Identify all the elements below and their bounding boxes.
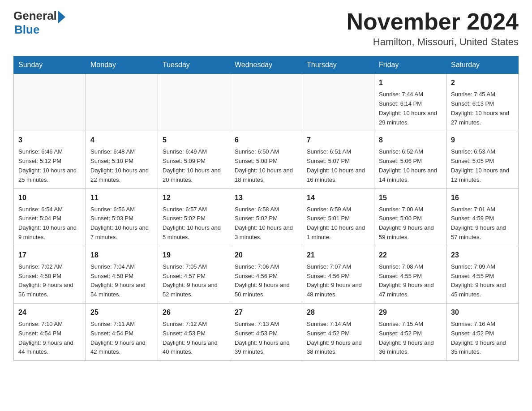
calendar-cell: 3Sunrise: 6:46 AMSunset: 5:12 PMDaylight… (14, 131, 86, 188)
calendar-cell: 15Sunrise: 7:00 AMSunset: 5:00 PMDayligh… (374, 188, 446, 246)
day-info: Sunrise: 7:12 AMSunset: 4:53 PMDaylight:… (163, 320, 225, 357)
day-number: 19 (163, 250, 225, 261)
day-number: 3 (18, 135, 81, 146)
day-info: Sunrise: 7:05 AMSunset: 4:57 PMDaylight:… (163, 262, 225, 300)
day-number: 2 (451, 77, 514, 88)
logo-arrow-icon (58, 11, 65, 23)
day-number: 27 (235, 307, 297, 318)
weekday-header-tuesday: Tuesday (158, 56, 230, 74)
day-info: Sunrise: 6:49 AMSunset: 5:09 PMDaylight:… (163, 147, 225, 184)
day-number: 5 (163, 135, 225, 146)
day-number: 8 (379, 135, 442, 146)
calendar-cell: 26Sunrise: 7:12 AMSunset: 4:53 PMDayligh… (158, 303, 230, 360)
day-number: 24 (18, 307, 81, 318)
logo-general: General (13, 9, 57, 23)
calendar-cell: 29Sunrise: 7:15 AMSunset: 4:52 PMDayligh… (374, 303, 446, 360)
day-info: Sunrise: 6:50 AMSunset: 5:08 PMDaylight:… (235, 147, 297, 184)
logo: General Blue (13, 9, 65, 37)
day-info: Sunrise: 7:10 AMSunset: 4:54 PMDaylight:… (18, 320, 81, 357)
day-info: Sunrise: 7:14 AMSunset: 4:52 PMDaylight:… (307, 320, 369, 357)
calendar-cell: 18Sunrise: 7:04 AMSunset: 4:58 PMDayligh… (86, 246, 158, 303)
weekday-header-thursday: Thursday (302, 56, 374, 74)
day-number: 13 (235, 193, 297, 203)
calendar-week-3: 10Sunrise: 6:54 AMSunset: 5:04 PMDayligh… (14, 188, 519, 246)
calendar-cell: 30Sunrise: 7:16 AMSunset: 4:52 PMDayligh… (446, 303, 519, 360)
day-number: 15 (379, 193, 442, 203)
day-info: Sunrise: 6:52 AMSunset: 5:06 PMDaylight:… (379, 147, 442, 184)
calendar-cell: 11Sunrise: 6:56 AMSunset: 5:03 PMDayligh… (86, 188, 158, 246)
day-info: Sunrise: 7:08 AMSunset: 4:55 PMDaylight:… (379, 262, 442, 300)
calendar-cell: 28Sunrise: 7:14 AMSunset: 4:52 PMDayligh… (302, 303, 374, 360)
weekday-header-friday: Friday (374, 56, 446, 74)
day-number: 6 (235, 135, 297, 146)
day-number: 16 (451, 193, 514, 203)
day-number: 21 (307, 250, 369, 261)
day-info: Sunrise: 6:51 AMSunset: 5:07 PMDaylight:… (307, 147, 369, 184)
calendar-cell: 12Sunrise: 6:57 AMSunset: 5:02 PMDayligh… (158, 188, 230, 246)
day-info: Sunrise: 7:15 AMSunset: 4:52 PMDaylight:… (379, 320, 442, 357)
calendar-header-row: SundayMondayTuesdayWednesdayThursdayFrid… (14, 56, 519, 74)
day-info: Sunrise: 7:01 AMSunset: 4:59 PMDaylight:… (451, 205, 514, 242)
calendar-cell: 9Sunrise: 6:53 AMSunset: 5:05 PMDaylight… (446, 131, 519, 188)
weekday-header-wednesday: Wednesday (230, 56, 302, 74)
calendar-cell: 10Sunrise: 6:54 AMSunset: 5:04 PMDayligh… (14, 188, 86, 246)
day-info: Sunrise: 7:44 AMSunset: 6:14 PMDaylight:… (379, 90, 442, 127)
day-info: Sunrise: 7:45 AMSunset: 6:13 PMDaylight:… (451, 90, 514, 127)
calendar-cell: 21Sunrise: 7:07 AMSunset: 4:56 PMDayligh… (302, 246, 374, 303)
day-number: 1 (379, 77, 442, 88)
day-number: 17 (18, 250, 81, 261)
calendar-cell: 14Sunrise: 6:59 AMSunset: 5:01 PMDayligh… (302, 188, 374, 246)
calendar-cell: 1Sunrise: 7:44 AMSunset: 6:14 PMDaylight… (374, 74, 446, 131)
calendar-cell: 13Sunrise: 6:58 AMSunset: 5:02 PMDayligh… (230, 188, 302, 246)
day-info: Sunrise: 6:48 AMSunset: 5:10 PMDaylight:… (90, 147, 153, 184)
day-info: Sunrise: 6:56 AMSunset: 5:03 PMDaylight:… (90, 205, 153, 242)
day-info: Sunrise: 7:13 AMSunset: 4:53 PMDaylight:… (235, 320, 297, 357)
title-section: November 2024 Hamilton, Missouri, United… (347, 9, 519, 48)
calendar-week-4: 17Sunrise: 7:02 AMSunset: 4:58 PMDayligh… (14, 246, 519, 303)
weekday-header-monday: Monday (86, 56, 158, 74)
calendar-cell: 23Sunrise: 7:09 AMSunset: 4:55 PMDayligh… (446, 246, 519, 303)
day-number: 4 (90, 135, 153, 146)
day-info: Sunrise: 6:58 AMSunset: 5:02 PMDaylight:… (235, 205, 297, 242)
day-number: 10 (18, 193, 81, 203)
day-number: 18 (90, 250, 153, 261)
calendar-cell: 6Sunrise: 6:50 AMSunset: 5:08 PMDaylight… (230, 131, 302, 188)
day-number: 7 (307, 135, 369, 146)
calendar-week-2: 3Sunrise: 6:46 AMSunset: 5:12 PMDaylight… (14, 131, 519, 188)
calendar-table: SundayMondayTuesdayWednesdayThursdayFrid… (13, 56, 519, 361)
day-number: 22 (379, 250, 442, 261)
calendar-cell (14, 74, 86, 131)
day-info: Sunrise: 6:46 AMSunset: 5:12 PMDaylight:… (18, 147, 81, 184)
calendar-cell: 16Sunrise: 7:01 AMSunset: 4:59 PMDayligh… (446, 188, 519, 246)
day-info: Sunrise: 6:53 AMSunset: 5:05 PMDaylight:… (451, 147, 514, 184)
calendar-week-1: 1Sunrise: 7:44 AMSunset: 6:14 PMDaylight… (14, 74, 519, 131)
calendar-cell: 22Sunrise: 7:08 AMSunset: 4:55 PMDayligh… (374, 246, 446, 303)
calendar-cell (86, 74, 158, 131)
day-number: 26 (163, 307, 225, 318)
calendar-cell: 25Sunrise: 7:11 AMSunset: 4:54 PMDayligh… (86, 303, 158, 360)
day-number: 28 (307, 307, 369, 318)
day-info: Sunrise: 7:02 AMSunset: 4:58 PMDaylight:… (18, 262, 81, 300)
day-info: Sunrise: 7:09 AMSunset: 4:55 PMDaylight:… (451, 262, 514, 300)
page-subtitle: Hamilton, Missouri, United States (347, 36, 519, 48)
logo-blue: Blue (14, 23, 65, 37)
day-info: Sunrise: 7:04 AMSunset: 4:58 PMDaylight:… (90, 262, 153, 300)
calendar-cell: 5Sunrise: 6:49 AMSunset: 5:09 PMDaylight… (158, 131, 230, 188)
calendar-cell: 24Sunrise: 7:10 AMSunset: 4:54 PMDayligh… (14, 303, 86, 360)
day-number: 9 (451, 135, 514, 146)
calendar-cell: 7Sunrise: 6:51 AMSunset: 5:07 PMDaylight… (302, 131, 374, 188)
day-number: 20 (235, 250, 297, 261)
day-number: 25 (90, 307, 153, 318)
day-number: 29 (379, 307, 442, 318)
day-info: Sunrise: 6:57 AMSunset: 5:02 PMDaylight:… (163, 205, 225, 242)
day-info: Sunrise: 7:00 AMSunset: 5:00 PMDaylight:… (379, 205, 442, 242)
calendar-cell (158, 74, 230, 131)
calendar-cell: 19Sunrise: 7:05 AMSunset: 4:57 PMDayligh… (158, 246, 230, 303)
page-header: General Blue November 2024 Hamilton, Mis… (13, 9, 519, 48)
day-number: 11 (90, 193, 153, 203)
calendar-cell (302, 74, 374, 131)
day-info: Sunrise: 6:59 AMSunset: 5:01 PMDaylight:… (307, 205, 369, 242)
calendar-cell: 4Sunrise: 6:48 AMSunset: 5:10 PMDaylight… (86, 131, 158, 188)
page-title: November 2024 (347, 9, 519, 34)
calendar-cell: 2Sunrise: 7:45 AMSunset: 6:13 PMDaylight… (446, 74, 519, 131)
